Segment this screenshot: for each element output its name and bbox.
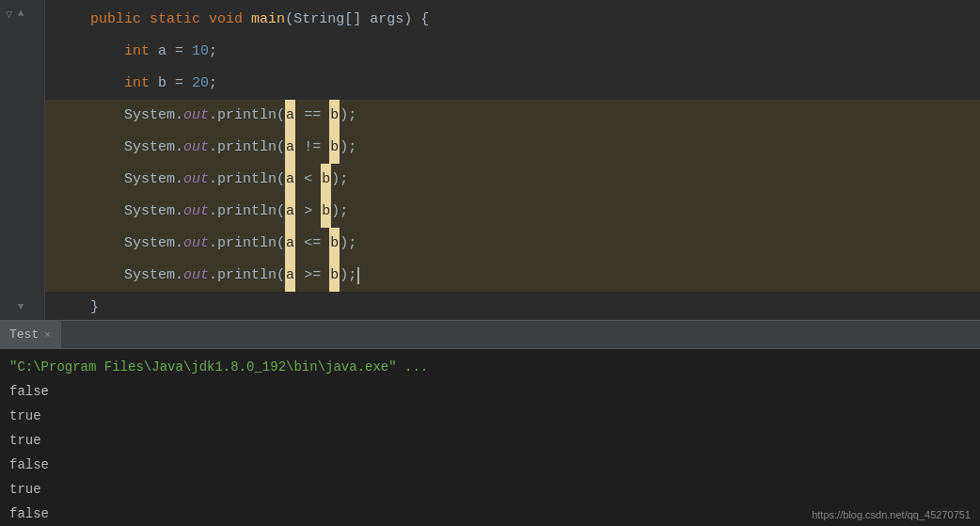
highlight-b-neq: b	[329, 132, 340, 164]
highlight-b-lte: b	[329, 228, 340, 260]
editor-area: ▽ ▲ ▼ public static void main (String[] …	[0, 0, 980, 320]
println-gte: println	[217, 260, 277, 292]
console-result-5: true	[9, 477, 971, 502]
console-tab-close-button[interactable]: ×	[44, 329, 51, 341]
code-line-lte: System . out . println ( a <= b );	[45, 228, 980, 260]
out-eq: out	[183, 100, 209, 132]
highlight-a-gt: a	[285, 196, 295, 228]
console-tab-test[interactable]: Test ×	[0, 321, 61, 348]
keyword-void: void	[209, 4, 243, 36]
code-line-int-a: int a = 10 ;	[45, 36, 980, 68]
console-output: "C:\Program Files\Java\jdk1.8.0_192\bin\…	[0, 349, 980, 526]
out-neq: out	[183, 132, 209, 164]
highlight-b-gte: b	[329, 260, 340, 292]
system-neq: System	[124, 132, 175, 164]
system-gt: System	[124, 196, 175, 228]
println-gt: println	[217, 196, 277, 228]
code-line-main: public static void main (String[] args) …	[45, 4, 980, 36]
system-eq: System	[124, 100, 175, 132]
indent	[56, 4, 90, 36]
fold-arrow[interactable]: ▽	[6, 8, 12, 22]
console-result-2: true	[9, 404, 971, 428]
keyword-int-b: int	[124, 68, 150, 100]
line-gutter: ▽ ▲ ▼	[0, 0, 45, 320]
highlight-b-lt: b	[321, 164, 331, 196]
code-line-gte: System . out . println ( a >= b );	[45, 260, 980, 292]
keyword-public: public	[90, 4, 141, 36]
println-lte: println	[217, 228, 277, 260]
watermark: https://blog.csdn.net/qq_45270751	[812, 509, 971, 520]
highlight-a-eq: a	[285, 100, 295, 132]
console-cmd-line: "C:\Program Files\Java\jdk1.8.0_192\bin\…	[9, 355, 971, 379]
println-neq: println	[217, 132, 277, 164]
highlight-a-lt: a	[285, 164, 295, 196]
code-line-gt: System . out . println ( a > b );	[45, 196, 980, 228]
console-tab-label: Test	[9, 327, 39, 342]
out-gt: out	[183, 196, 209, 228]
highlight-a-gte: a	[285, 260, 295, 292]
highlight-a-neq: a	[285, 132, 295, 164]
out-gte: out	[183, 260, 209, 292]
console-result-1: false	[9, 379, 971, 404]
highlight-b-eq: b	[329, 100, 340, 132]
text-cursor	[357, 267, 359, 284]
println-lt: println	[217, 164, 277, 196]
out-lte: out	[183, 228, 209, 260]
scroll-down[interactable]: ▼	[13, 299, 28, 314]
highlight-b-gt: b	[321, 196, 331, 228]
code-line-int-b: int b = 20 ;	[45, 68, 980, 100]
console-tab-bar: Test ×	[0, 321, 980, 349]
out-lt: out	[183, 164, 209, 196]
console-area: Test × "C:\Program Files\Java\jdk1.8.0_1…	[0, 320, 980, 526]
method-main: main	[251, 4, 285, 36]
scroll-up[interactable]: ▲	[13, 6, 28, 21]
code-line-eq: System . out . println ( a == b );	[45, 100, 980, 132]
system-lt: System	[124, 164, 175, 196]
num-20: 20	[192, 68, 209, 100]
system-gte: System	[124, 260, 175, 292]
code-line-close: }	[45, 292, 980, 320]
keyword-int-a: int	[124, 36, 150, 68]
highlight-a-lte: a	[285, 228, 295, 260]
console-result-4: false	[9, 453, 971, 477]
code-line-lt: System . out . println ( a < b );	[45, 164, 980, 196]
console-result-3: true	[9, 428, 971, 453]
num-10: 10	[192, 36, 209, 68]
system-lte: System	[124, 228, 175, 260]
keyword-static: static	[150, 4, 200, 36]
code-line-neq: System . out . println ( a != b );	[45, 132, 980, 164]
code-content: public static void main (String[] args) …	[45, 0, 980, 320]
println-eq: println	[217, 100, 277, 132]
